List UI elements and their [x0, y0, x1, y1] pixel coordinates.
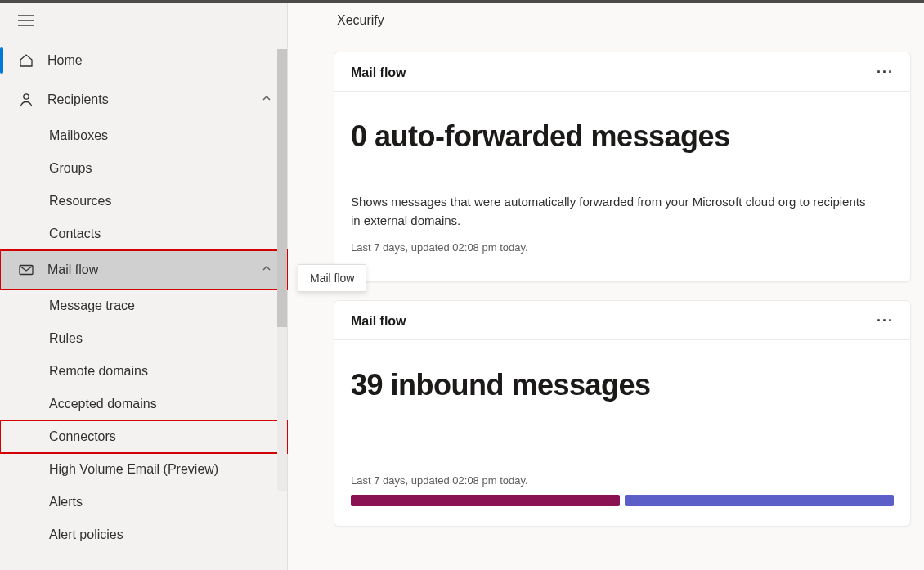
card-stat: 39 inbound messages: [351, 368, 894, 402]
sidebar-scrollbar-thumb[interactable]: [277, 49, 287, 327]
sidebar-item-accepted-domains[interactable]: Accepted domains: [0, 388, 287, 420]
chevron-up-icon: [261, 263, 272, 277]
sidebar-item-mail-flow[interactable]: Mail flow: [0, 250, 287, 289]
card-menu-button[interactable]: ···: [877, 64, 894, 81]
sidebar-item-recipients[interactable]: Recipients: [0, 80, 287, 119]
sidebar-sub-label: Accepted domains: [49, 397, 157, 411]
card-menu-button[interactable]: ···: [877, 312, 894, 330]
sidebar-item-rules[interactable]: Rules: [0, 322, 287, 355]
card-meta: Last 7 days, updated 02:08 pm today.: [351, 474, 894, 487]
sidebar-item-label: Mail flow: [47, 263, 98, 277]
sidebar-item-remote-domains[interactable]: Remote domains: [0, 355, 287, 388]
more-icon: ···: [877, 312, 894, 329]
sidebar-item-contacts[interactable]: Contacts: [0, 218, 287, 250]
sidebar-scrollbar-track[interactable]: [277, 49, 287, 491]
mail-icon: [18, 262, 34, 278]
card-inbound-messages: Mail flow ··· 39 inbound messages Last 7…: [334, 300, 911, 527]
sidebar-sub-label: Alert policies: [49, 527, 123, 542]
main-content: Xecurify Mail flow ··· 0 auto-forwarded …: [288, 3, 924, 570]
sidebar-item-message-trace[interactable]: Message trace: [0, 289, 287, 322]
sidebar-sub-label: Rules: [49, 331, 83, 346]
hamburger-menu-button[interactable]: [0, 3, 287, 41]
chart-bar-segment: [351, 495, 620, 506]
sidebar-item-resources[interactable]: Resources: [0, 185, 287, 218]
sidebar-item-groups[interactable]: Groups: [0, 152, 287, 185]
card-description: Shows messages that were automatically f…: [351, 193, 874, 230]
sidebar-item-home[interactable]: Home: [0, 41, 287, 80]
home-icon: [18, 52, 34, 69]
card-title: Mail flow: [351, 314, 406, 329]
sidebar-sub-label: Contacts: [49, 227, 101, 241]
sidebar-sub-label: Resources: [49, 194, 111, 209]
sidebar-item-high-volume-email[interactable]: High Volume Email (Preview): [0, 453, 287, 486]
svg-point-3: [24, 94, 29, 99]
sidebar-sub-label: Mailboxes: [49, 128, 108, 143]
sidebar: Home Recipients Mailboxes Groups Resourc…: [0, 3, 288, 570]
org-name-header: Xecurify: [288, 3, 924, 43]
sidebar-item-alerts[interactable]: Alerts: [0, 486, 287, 518]
sidebar-item-alert-policies[interactable]: Alert policies: [0, 518, 287, 551]
chart-bar-segment: [625, 495, 894, 506]
chevron-up-icon: [261, 92, 272, 107]
hamburger-icon: [18, 15, 34, 26]
card-meta: Last 7 days, updated 02:08 pm today.: [351, 241, 894, 254]
sidebar-sub-label: Remote domains: [49, 364, 148, 379]
sidebar-item-label: Home: [47, 53, 83, 68]
card-auto-forwarded: Mail flow ··· 0 auto-forwarded messages …: [334, 52, 911, 282]
sidebar-item-label: Recipients: [47, 92, 109, 107]
tooltip-mail-flow: Mail flow: [298, 264, 366, 292]
sidebar-sub-label: Groups: [49, 161, 92, 176]
person-icon: [18, 92, 34, 108]
org-name-label: Xecurify: [337, 13, 384, 27]
sidebar-item-mailboxes[interactable]: Mailboxes: [0, 119, 287, 152]
sidebar-item-connectors[interactable]: Connectors: [0, 420, 287, 453]
sidebar-sub-label: High Volume Email (Preview): [49, 462, 218, 477]
tooltip-text: Mail flow: [310, 272, 354, 285]
card-chart-bars: [351, 495, 894, 506]
sidebar-sub-label: Alerts: [49, 495, 83, 509]
card-title: Mail flow: [351, 65, 406, 80]
sidebar-sub-label: Message trace: [49, 298, 135, 313]
more-icon: ···: [877, 64, 894, 80]
sidebar-sub-label: Connectors: [49, 429, 116, 444]
card-stat: 0 auto-forwarded messages: [351, 119, 894, 154]
